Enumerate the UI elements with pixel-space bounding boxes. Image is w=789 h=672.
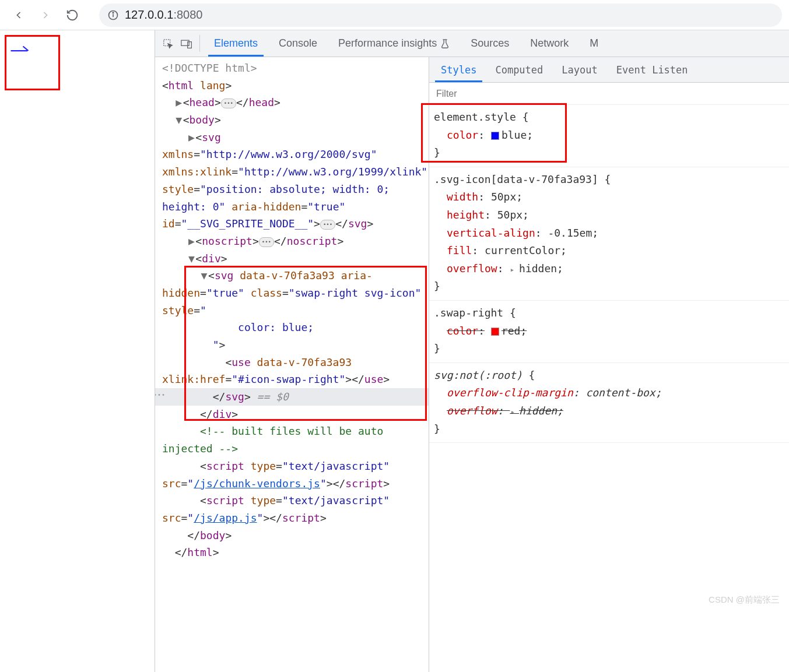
tab-computed[interactable]: Computed [486,57,552,82]
page-viewport [0,30,155,672]
rule-svg-not-root[interactable]: svg:not(:root) { overflow-clip-margin: c… [429,363,789,443]
devtools: Elements Console Performance insights So… [155,30,789,672]
watermark: CSDN @前端张三 [709,594,780,606]
inspect-icon[interactable] [159,30,177,57]
url-port: :8080 [173,8,202,21]
tree-comment: <!-- built files will be auto injected -… [155,423,429,457]
tree-svg-style-line: color: blue; [155,319,429,336]
browser-toolbar: 127.0.0.1:8080 [0,0,789,30]
tab-network[interactable]: Network [520,30,579,57]
tab-console[interactable]: Console [268,30,328,57]
tree-head[interactable]: ▶<head>•••</head> [155,94,429,111]
tree-svg-style-close: "> [155,336,429,354]
styles-filter-input[interactable] [435,88,783,100]
tree-script1[interactable]: <script type="text/javascript" src="/js/… [155,458,429,492]
tree-body-open[interactable]: ▼<body> [155,111,429,129]
tree-svg-sprite[interactable]: ▶<svg xmlns="http://www.w3.org/2000/svg"… [155,129,429,233]
tab-styles[interactable]: Styles [432,57,486,82]
tab-elements[interactable]: Elements [204,30,268,57]
tab-layout[interactable]: Layout [552,57,606,82]
url-host: 127.0.0.1 [125,8,173,21]
flask-icon [440,38,450,49]
back-button[interactable] [7,3,30,27]
device-toggle-icon[interactable] [177,30,196,57]
svg-rect-5 [188,41,192,48]
styles-panel: Styles Computed Layout Event Listen elem… [429,57,789,672]
svg-point-2 [113,12,114,13]
tree-html-close[interactable]: </html> [155,544,429,561]
tree-body-close[interactable]: </body> [155,527,429,544]
styles-filter[interactable] [429,83,789,105]
rule-element-style[interactable]: element.style { color: blue; } [429,105,789,167]
swap-right-icon [10,40,31,54]
rule-svg-icon[interactable]: .svg-icon[data-v-70fa3a93] { width: 50px… [429,167,789,301]
tree-html-open[interactable]: <html lang> [155,77,429,94]
annotation-box [5,35,60,90]
tab-performance-insights[interactable]: Performance insights [328,30,460,57]
tab-more[interactable]: M [579,30,609,57]
tree-noscript[interactable]: ▶<noscript>•••</noscript> [155,233,429,250]
reload-button[interactable] [61,3,84,27]
tree-div-open[interactable]: ▼<div> [155,250,429,268]
forward-button[interactable] [34,3,57,27]
tab-sources[interactable]: Sources [460,30,520,57]
styles-tabbar: Styles Computed Layout Event Listen [429,57,789,83]
tree-doctype: <!DOCTYPE html> [155,59,429,77]
elements-panel[interactable]: <!DOCTYPE html> <html lang> ▶<head>•••</… [155,57,429,672]
tree-use[interactable]: <use data-v-70fa3a93 xlink:href="#icon-s… [155,354,429,388]
address-bar[interactable]: 127.0.0.1:8080 [99,3,782,27]
tree-div-close[interactable]: </div> [155,406,429,423]
tab-event-listeners[interactable]: Event Listen [607,57,697,82]
tree-svg-sel-open[interactable]: ▼<svg data-v-70fa3a93 aria-hidden="true"… [155,267,429,319]
tree-svg-sel-close[interactable]: </svg> == $0 [155,388,429,406]
rule-swap-right[interactable]: .swap-right { color: red; } [429,301,789,363]
devtools-tabbar: Elements Console Performance insights So… [155,30,789,57]
info-icon [107,9,119,21]
tree-script2[interactable]: <script type="text/javascript" src="/js/… [155,492,429,526]
